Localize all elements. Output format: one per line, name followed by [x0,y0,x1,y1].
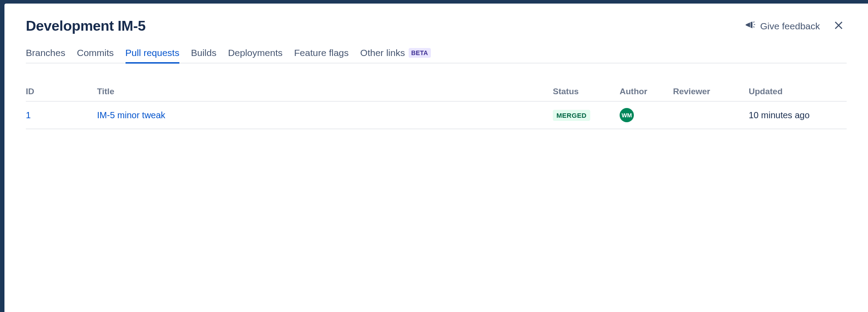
modal-header: Development IM-5 Give feedback [26,18,847,34]
close-button[interactable] [831,18,847,34]
column-header-author: Author [620,87,673,96]
megaphone-icon [744,19,756,33]
pr-title-link[interactable]: IM-5 minor tweak [97,110,553,120]
tab-pull-requests[interactable]: Pull requests [126,48,179,63]
tab-deployments[interactable]: Deployments [228,48,283,63]
avatar[interactable]: WM [620,108,634,122]
tab-label: Branches [26,48,65,58]
tab-branches[interactable]: Branches [26,48,65,63]
table-header: ID Title Status Author Reviewer Updated [26,82,847,102]
give-feedback-button[interactable]: Give feedback [744,19,820,33]
table-row: 1 IM-5 minor tweak MERGED WM 10 minutes … [26,102,847,129]
close-icon [833,20,844,32]
beta-badge: BETA [409,48,431,58]
give-feedback-label: Give feedback [760,21,820,32]
tab-builds[interactable]: Builds [191,48,216,63]
modal-actions: Give feedback [744,18,847,34]
column-header-updated: Updated [749,87,847,96]
tab-label: Deployments [228,48,283,58]
tab-other-links[interactable]: Other links BETA [360,48,430,63]
tabs: Branches Commits Pull requests Builds De… [26,48,847,64]
page-title: Development IM-5 [26,18,146,34]
pr-id-link[interactable]: 1 [26,110,97,120]
pr-updated-cell: 10 minutes ago [749,110,847,120]
status-badge: MERGED [553,110,590,121]
tab-label: Other links [360,48,405,58]
tab-commits[interactable]: Commits [77,48,114,63]
column-header-status: Status [553,87,620,96]
column-header-reviewer: Reviewer [673,87,749,96]
pull-requests-table: ID Title Status Author Reviewer Updated … [26,82,847,129]
column-header-title: Title [97,87,553,96]
pr-status-cell: MERGED [553,110,620,121]
development-modal: Development IM-5 Give feedback Branches … [4,4,868,312]
tab-label: Pull requests [126,48,179,58]
tab-label: Builds [191,48,216,58]
column-header-id: ID [26,87,97,96]
pr-author-cell: WM [620,108,673,122]
tab-label: Commits [77,48,114,58]
tab-label: Feature flags [294,48,349,58]
tab-feature-flags[interactable]: Feature flags [294,48,349,63]
